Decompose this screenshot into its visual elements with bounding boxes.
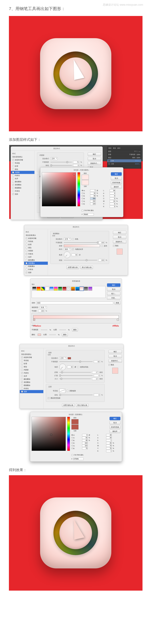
angle-input[interactable]: 90 bbox=[67, 366, 73, 368]
new-style-button[interactable]: 新建样式... bbox=[109, 359, 122, 362]
opacity-slider[interactable] bbox=[50, 161, 72, 163]
blend-select[interactable]: 正常 bbox=[50, 157, 58, 160]
style-item-pattern-overlay[interactable]: 图案叠加 bbox=[24, 265, 48, 268]
style-item-satin[interactable]: 光泽 bbox=[11, 177, 34, 180]
make-default-button[interactable]: 设置为默认值 bbox=[62, 404, 74, 407]
size-input[interactable]: 12 bbox=[92, 378, 98, 380]
delete-stop-button[interactable]: 删除 bbox=[72, 328, 78, 332]
contour-picker[interactable] bbox=[59, 389, 65, 393]
distance-slider[interactable] bbox=[59, 371, 91, 373]
spread-slider[interactable] bbox=[59, 374, 93, 376]
b2-input[interactable] bbox=[110, 195, 115, 197]
style-item-blend[interactable]: 混合选项:默认 bbox=[24, 234, 48, 237]
add-swatch-button[interactable]: 添加到色板 bbox=[111, 181, 122, 184]
hex-input[interactable] bbox=[84, 213, 94, 216]
style-item-drop-shadow[interactable]: ✓投影 bbox=[24, 271, 48, 274]
style-item-inner-shadow[interactable]: 内阴影 bbox=[20, 368, 43, 372]
angle-input[interactable]: 90 bbox=[71, 254, 78, 256]
style-item-inner-shadow[interactable]: 内阴影 bbox=[24, 249, 48, 252]
style-item-stroke[interactable]: 描边 bbox=[20, 365, 43, 368]
grad-name-input[interactable] bbox=[37, 302, 113, 304]
color-lib-button[interactable]: 颜色库 bbox=[111, 185, 122, 188]
blend-select[interactable]: 正常 bbox=[64, 238, 71, 240]
stop-left[interactable] bbox=[33, 319, 35, 321]
style-item-gradient-overlay[interactable]: ✓渐变叠加 bbox=[20, 381, 43, 384]
style-item-outer-glow[interactable]: 外发光 bbox=[11, 190, 34, 192]
b-radio[interactable] bbox=[71, 440, 73, 441]
k-input[interactable] bbox=[110, 206, 115, 208]
angle-wheel[interactable] bbox=[59, 364, 66, 370]
hex-input[interactable] bbox=[73, 458, 84, 460]
l-input[interactable] bbox=[106, 434, 112, 436]
visibility-icon[interactable] bbox=[108, 163, 110, 165]
fill-value[interactable]: 100% bbox=[136, 157, 140, 158]
style-item-stroke[interactable]: 描边 bbox=[24, 246, 48, 249]
b-input[interactable] bbox=[82, 439, 88, 442]
align-check[interactable]: ✓ bbox=[72, 248, 74, 250]
opacity-input[interactable]: 100 bbox=[98, 242, 105, 244]
y-input[interactable] bbox=[106, 447, 112, 450]
blend-mode[interactable]: 穿透 bbox=[108, 154, 111, 156]
new-style-button[interactable]: 新建样式... bbox=[113, 240, 126, 244]
c-input[interactable] bbox=[106, 442, 112, 444]
h-input[interactable] bbox=[82, 434, 88, 436]
b2-input[interactable] bbox=[106, 439, 112, 442]
style-item-contour[interactable]: 等高线 bbox=[24, 240, 48, 243]
color-field[interactable] bbox=[42, 172, 76, 206]
bl-input[interactable] bbox=[90, 203, 96, 205]
r-input[interactable] bbox=[82, 442, 88, 444]
style-item-drop-shadow[interactable]: ✓投影 bbox=[20, 390, 43, 393]
style-item-inner-glow[interactable]: ✓内发光 bbox=[20, 372, 43, 374]
h-radio[interactable] bbox=[82, 190, 83, 191]
m-input[interactable] bbox=[106, 444, 112, 447]
layers-tab[interactable]: 图层 bbox=[109, 147, 111, 149]
style-item-inner-shadow[interactable]: ✓内阴影 bbox=[11, 171, 34, 174]
grad-load-button[interactable]: 载入... bbox=[107, 292, 120, 296]
c-input[interactable] bbox=[110, 198, 115, 200]
make-default-button[interactable]: 设置为默认值 bbox=[66, 266, 79, 269]
picker-ok-button[interactable]: 确定 bbox=[111, 172, 122, 176]
picker-ok-button[interactable]: 确定 bbox=[110, 417, 120, 420]
reset-default-button[interactable]: 复位为默认值 bbox=[81, 266, 93, 269]
style-item-texture[interactable]: 纹理 bbox=[20, 362, 43, 365]
b-radio[interactable] bbox=[82, 195, 83, 196]
stop-pos-input2[interactable] bbox=[49, 334, 56, 335]
style-item-texture[interactable]: 纹理 bbox=[11, 164, 34, 168]
opacity-slider[interactable] bbox=[59, 360, 93, 363]
cancel-button[interactable]: 取消 bbox=[88, 157, 101, 160]
style-item-outer-glow[interactable]: 外发光 bbox=[20, 387, 43, 390]
style-item-gradient-overlay[interactable]: ✓渐变叠加 bbox=[24, 262, 48, 265]
reset-default-button[interactable]: 复位为默认值 bbox=[76, 404, 89, 407]
style-item-stroke[interactable]: 描边 bbox=[11, 168, 34, 171]
bl-radio[interactable] bbox=[71, 448, 73, 449]
grad-new-button[interactable]: 新建 bbox=[114, 301, 120, 304]
size-slider[interactable] bbox=[59, 378, 91, 380]
style-item-contour[interactable]: 等高线 bbox=[20, 359, 43, 362]
s-radio[interactable] bbox=[82, 192, 83, 194]
preview-check[interactable]: ✓ bbox=[109, 364, 110, 366]
grad-cancel-button[interactable]: 取消 bbox=[107, 288, 120, 291]
g-input[interactable] bbox=[82, 444, 88, 447]
style-item-bevel[interactable]: ✓斜面和浮雕 bbox=[11, 158, 34, 162]
stop-right[interactable] bbox=[117, 319, 119, 321]
color-lib-button[interactable]: 颜色库 bbox=[110, 430, 120, 433]
scale-input[interactable]: 100 bbox=[98, 259, 105, 261]
style-item-inner-glow[interactable]: ✓内发光 bbox=[24, 252, 48, 256]
b-input[interactable] bbox=[90, 195, 96, 197]
style-item-outer-glow[interactable]: 外发光 bbox=[24, 268, 48, 271]
hue-slider[interactable] bbox=[78, 172, 80, 206]
style-item-color-overlay[interactable]: 颜色叠加 bbox=[24, 258, 48, 262]
delete-stop-button2[interactable]: 删除 bbox=[62, 333, 68, 336]
opacity-value[interactable]: 100% bbox=[136, 154, 140, 156]
new-style-button[interactable]: 新建样式... bbox=[88, 162, 101, 165]
smooth-input[interactable]: 100 bbox=[38, 310, 44, 312]
noise-slider[interactable] bbox=[59, 394, 93, 396]
preset-grid[interactable] bbox=[32, 286, 106, 298]
type-select[interactable]: 实底 bbox=[40, 306, 47, 309]
r-radio[interactable] bbox=[71, 442, 73, 444]
distance-input[interactable]: 17 bbox=[92, 371, 98, 374]
style-item-satin[interactable]: 光泽 bbox=[20, 374, 43, 378]
h-input[interactable] bbox=[90, 190, 96, 192]
m-input[interactable] bbox=[110, 200, 115, 202]
angle-wheel[interactable] bbox=[64, 252, 70, 258]
